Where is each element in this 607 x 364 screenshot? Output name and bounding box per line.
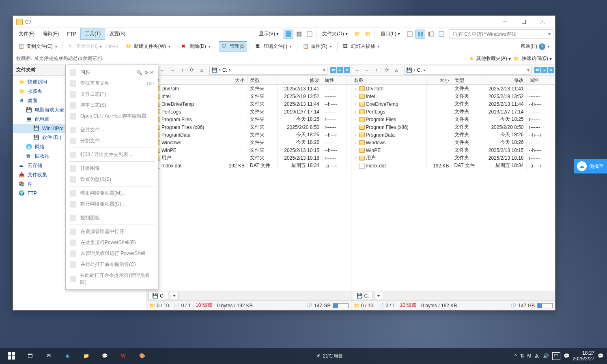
path-field[interactable]: 💾 › C: › ▾ [404, 66, 532, 75]
up-button[interactable]: ↑ [372, 66, 381, 75]
mail-app[interactable]: ✉ [41, 348, 57, 364]
menu-file[interactable]: 文件(F) [15, 28, 39, 39]
copy-path-button[interactable]: ◂ [541, 67, 547, 73]
menu-show[interactable]: 显示(V) ▾ [255, 28, 283, 39]
menu-item[interactable]: 同步🔍 ⚙ ✕ [66, 67, 158, 78]
tray-volume-icon[interactable]: 🔊 [543, 353, 549, 359]
folder-opt1-icon[interactable]: 📁 [353, 30, 362, 39]
file-size [427, 141, 452, 144]
sb-hidden: 10 隐藏 [400, 302, 417, 309]
file-list-left[interactable]: ›DrvPath文件夹2025/2/13 11:41-------›Intel文… [147, 85, 351, 291]
column-header[interactable]: 名称 大小 类型 修改 属性 [351, 76, 555, 85]
menu-window[interactable]: 窗口(L) ▾ [377, 28, 404, 39]
layout-single-icon[interactable] [405, 30, 415, 39]
menu-edit[interactable]: 编辑(E) [39, 28, 63, 39]
maximize-button[interactable] [514, 16, 533, 28]
other-favs-button[interactable]: 其他收藏夹(A) ▾ [476, 55, 511, 62]
clock[interactable]: 18:27 2025/2/27 [573, 350, 594, 362]
menu-item-label: Opus CLI / Ad-Hoc 脚本编辑器 [80, 113, 146, 120]
file-attr: --h---- [527, 100, 551, 108]
cortana-icon[interactable]: ◉ [59, 348, 75, 364]
swap-button[interactable]: ⇄ [534, 67, 540, 73]
info-icon[interactable]: ⓘ [511, 302, 516, 309]
search-input[interactable] [458, 31, 548, 37]
copy-path-button[interactable]: ▸ [337, 67, 343, 73]
back-button[interactable]: ← [158, 66, 167, 75]
tray-chevron-icon[interactable]: ^ [514, 353, 517, 359]
tray-chat-icon[interactable]: 💬 [564, 353, 570, 359]
properties-button[interactable]: 📋属性(R)▾ [300, 41, 335, 51]
search-dropdown-icon[interactable]: ▾ [548, 31, 551, 37]
file-attr: ------- [322, 85, 347, 93]
new-tab-button[interactable]: + [170, 292, 179, 300]
home-button[interactable]: ⌂ [392, 66, 401, 75]
delete-button[interactable]: ✖删除(D)▾ [179, 41, 213, 51]
menu-folder-opts[interactable]: 文件夹(O) ▾ [318, 28, 352, 39]
compress-button[interactable]: 🗜压缩文件(I)▾ [252, 41, 295, 51]
ime-indicator[interactable]: 中 [552, 352, 560, 360]
notifications-icon[interactable]: 💬 [598, 353, 604, 359]
path-dropdown-icon[interactable]: ▾ [527, 67, 530, 73]
wps-app[interactable]: W [115, 348, 131, 364]
menu-ftp[interactable]: FTP [63, 29, 80, 39]
file-date: 2025/2/13 10:15 [482, 146, 527, 154]
lock-button[interactable]: ✕ [548, 67, 554, 73]
paint-app[interactable]: 🎨 [134, 348, 150, 364]
view-details-icon[interactable] [284, 30, 293, 39]
newfolder-button[interactable]: 📁新建文件夹(W)▾ [123, 41, 173, 51]
tray-network-icon[interactable]: 🖧 [535, 353, 540, 359]
minimize-button[interactable] [496, 16, 514, 28]
file-row[interactable]: mdbx.dat192 KBDAT 文件星期五 18:34-a----i [147, 162, 351, 169]
up-button[interactable]: ↑ [178, 66, 187, 75]
file-date: 2025/2/19 13:52 [482, 92, 527, 101]
swap-button[interactable]: ⇄ [330, 67, 336, 73]
view-icons-icon[interactable] [294, 30, 304, 39]
menu-tools[interactable]: 工具(T) [80, 28, 105, 40]
forward-button[interactable]: → [363, 66, 372, 75]
file-attr: ------- [322, 108, 347, 116]
weather-widget[interactable]: ☀ 21℃ 晴朗 [316, 353, 344, 360]
menu-item-icon [70, 215, 76, 221]
svg-rect-4 [297, 34, 299, 36]
explorer-app[interactable]: 📁 [78, 348, 94, 364]
tab-c-drive[interactable]: 💾 C: [149, 292, 168, 300]
svg-rect-17 [12, 356, 15, 360]
system-tray[interactable]: ^ ⇅ M 🖧 🔊 中 💬 18:27 2025/2/27 💬 [514, 350, 604, 362]
layout-preview-icon[interactable] [437, 30, 446, 39]
new-tab-button[interactable]: + [375, 292, 383, 300]
search-box[interactable]: ▾ [450, 29, 553, 39]
quick-access-button[interactable]: 快速访问(Q) ▾ [522, 55, 552, 62]
help-button[interactable]: 帮助(H) ?▾ [518, 41, 553, 51]
admin-button[interactable]: 🛡管理员 [219, 41, 247, 51]
refresh-button[interactable]: ⟳ [187, 66, 196, 75]
copy-button[interactable]: 📋复制文件(C)▾ [15, 41, 60, 51]
taskview-button[interactable]: 🗔 [22, 348, 38, 364]
refresh-button[interactable]: ⟳ [382, 66, 391, 75]
rename-button[interactable]: ✎重命名(N)▾Ctrl+3 [65, 41, 121, 51]
layout-dual-icon[interactable] [415, 30, 425, 39]
drag-to-badge[interactable]: ☁ 拖拽至 [574, 159, 607, 173]
file-size [222, 126, 248, 128]
svg-rect-9 [421, 32, 423, 36]
forward-button[interactable]: → [168, 66, 177, 75]
info-icon[interactable]: ⓘ [307, 302, 312, 309]
tray-sync-icon[interactable]: ⇅ [520, 353, 524, 359]
folder-opt2-icon[interactable]: 📁 [363, 30, 373, 39]
menu-settings[interactable]: 设置(S) [105, 28, 129, 39]
lock-button[interactable]: ✕ [344, 67, 350, 73]
start-button[interactable] [3, 348, 19, 364]
layout-tree-icon[interactable] [426, 30, 436, 39]
file-row[interactable]: mdbx.dat192 KBDAT 文件星期五 18:34-a----i [351, 162, 555, 169]
wechat-app[interactable]: 💬 [97, 348, 113, 364]
path-field[interactable]: 💾 › C: › ▾ [209, 66, 327, 75]
tab-c-drive[interactable]: 💾 C: [353, 292, 373, 300]
tray-m-icon[interactable]: M [527, 353, 532, 359]
slideshow-button[interactable]: 🖼幻灯片描放▾ [340, 41, 383, 51]
file-list-right[interactable]: ›DrvPath文件夹2025/2/13 11:41-------›Intel文… [351, 85, 555, 291]
view-thumbs-icon[interactable] [305, 30, 314, 39]
close-button[interactable] [533, 16, 552, 28]
column-header[interactable]: 名称 大小 类型 修改 属性 [147, 76, 351, 85]
back-button[interactable]: ← [353, 66, 362, 75]
home-button[interactable]: ⌂ [197, 66, 206, 75]
path-dropdown-icon[interactable]: ▾ [323, 67, 325, 73]
